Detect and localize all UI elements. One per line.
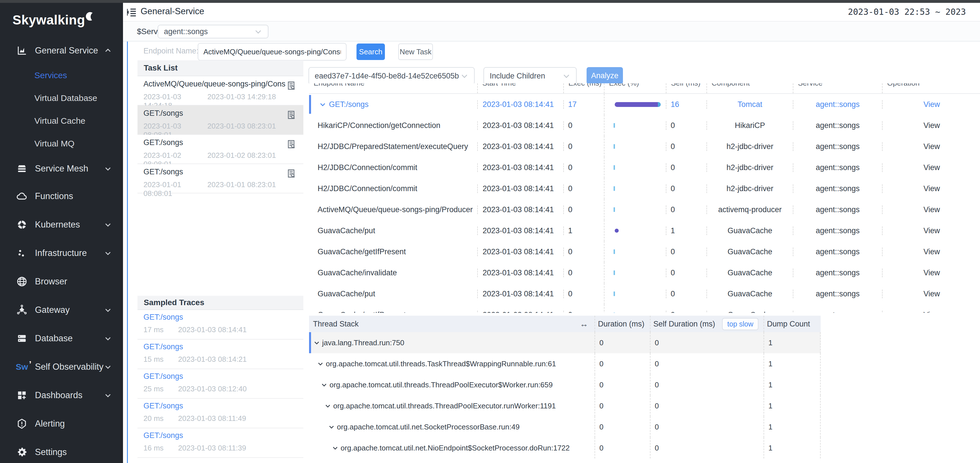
task-list-item[interactable]: GET:/songs 2023-01-03 08:08:012023-01-03… bbox=[137, 105, 303, 135]
endpoint-link[interactable]: HikariCP/Connection/getConnection bbox=[318, 121, 440, 130]
trace-link[interactable]: GET:/songs bbox=[143, 313, 303, 322]
task-list-item[interactable]: GET:/songs 2023-01-02 08:08:012023-01-02… bbox=[137, 135, 303, 164]
sidebar-item-gateway[interactable]: Gateway bbox=[0, 296, 123, 324]
task-log-icon[interactable] bbox=[286, 110, 296, 120]
view-link[interactable]: View bbox=[882, 311, 980, 313]
thread-stack-row[interactable]: org.apache.tomcat.util.threads.ThreadPoo… bbox=[309, 374, 821, 395]
expand-column-icon[interactable]: ↔ bbox=[580, 319, 588, 329]
time-range-picker[interactable]: 2023-01-03 22:53 ~ 2023 bbox=[848, 7, 966, 17]
analysis-controls: eaed37e7-1d4e-4f50-be8d-14e52ce6505b Inc… bbox=[309, 67, 623, 85]
trace-link[interactable]: GET:/songs bbox=[143, 372, 303, 381]
chevron-down-icon[interactable] bbox=[319, 101, 326, 108]
chevron-down-icon[interactable] bbox=[313, 340, 320, 346]
sidebar-item-virtual-database[interactable]: Virtual Database bbox=[0, 87, 123, 110]
endpoint-row[interactable]: GuavaCache/put 2023-01-03 08:14:41 0 0 G… bbox=[309, 283, 980, 304]
view-link[interactable]: View bbox=[882, 227, 980, 235]
trace-link[interactable]: GET:/songs bbox=[143, 402, 303, 410]
endpoint-link[interactable]: GuavaCache/getIfPresent bbox=[318, 311, 406, 313]
trace-link[interactable]: GET:/songs bbox=[143, 342, 303, 351]
sidebar-item-database[interactable]: Database bbox=[0, 324, 123, 353]
exec-percent-bar bbox=[604, 94, 666, 115]
analyze-mode-select[interactable]: Include Children bbox=[484, 67, 577, 85]
view-link[interactable]: View bbox=[882, 142, 980, 151]
view-link[interactable]: View bbox=[882, 205, 980, 214]
view-link[interactable]: View bbox=[882, 184, 980, 193]
sidebar-item-service-mesh[interactable]: Service Mesh bbox=[0, 155, 123, 182]
new-task-button[interactable]: New Task bbox=[398, 43, 433, 60]
chevron-down-icon bbox=[254, 27, 262, 35]
analyze-button[interactable]: Analyze bbox=[587, 67, 623, 84]
view-link[interactable]: View bbox=[882, 121, 980, 130]
endpoint-row[interactable]: GET:/songs 2023-01-03 08:14:41 17 16 Tom… bbox=[309, 94, 980, 115]
search-button[interactable]: Search bbox=[356, 43, 385, 60]
task-id-select[interactable]: eaed37e7-1d4e-4f50-be8d-14e52ce6505b bbox=[309, 67, 475, 85]
sidebar-item-browser[interactable]: Browser bbox=[0, 267, 123, 296]
endpoint-row-partial[interactable]: GuavaCache/getIfPresent 2023-01-03 08:14… bbox=[309, 304, 980, 313]
trace-list-item[interactable]: GET:/songs 20 ms2023-01-03 08:11:49 bbox=[137, 399, 303, 428]
thread-stack-row[interactable]: java.lang.Thread.run:750 0 0 1 bbox=[309, 332, 821, 353]
endpoint-link[interactable]: GuavaCache/put bbox=[318, 289, 375, 299]
sidebar-item-services[interactable]: Services bbox=[0, 64, 123, 87]
endpoint-row[interactable]: ActiveMQ/Queue/queue-songs-ping/Producer… bbox=[309, 199, 980, 220]
task-log-icon[interactable] bbox=[286, 81, 296, 91]
thread-stack-panel: Thread Stack ↔ Duration (ms) Self Durati… bbox=[309, 316, 821, 458]
wheel-icon bbox=[16, 219, 28, 230]
collapse-sidebar-icon[interactable] bbox=[126, 7, 137, 18]
sidebar-item-functions[interactable]: Functions bbox=[0, 182, 123, 211]
chevron-down-icon[interactable] bbox=[321, 382, 327, 388]
chevron-down-icon bbox=[104, 221, 111, 228]
chevron-down-icon[interactable] bbox=[325, 403, 331, 409]
endpoint-link[interactable]: ActiveMQ/Queue/queue-songs-ping/Producer bbox=[318, 205, 473, 214]
trace-list-item[interactable]: GET:/songs 25 ms2023-01-03 08:12:40 bbox=[137, 369, 303, 399]
sidebar-item-kubernetes[interactable]: Kubernetes bbox=[0, 211, 123, 239]
top-slow-button[interactable]: top slow bbox=[722, 318, 759, 330]
thread-stack-row[interactable]: org.apache.tomcat.util.threads.ThreadPoo… bbox=[309, 395, 821, 417]
endpoint-row[interactable]: GuavaCache/invalidate 2023-01-03 08:14:4… bbox=[309, 262, 980, 283]
view-link[interactable]: View bbox=[882, 100, 980, 109]
sidebar-item-dashboards[interactable]: Dashboards bbox=[0, 381, 123, 410]
thread-stack-row[interactable]: org.apache.tomcat.util.threads.TaskThrea… bbox=[309, 353, 821, 374]
sidebar-item-settings[interactable]: Settings bbox=[0, 438, 123, 463]
endpoint-link[interactable]: GuavaCache/getIfPresent bbox=[318, 247, 406, 256]
chevron-down-icon[interactable] bbox=[317, 361, 323, 367]
chevron-down-icon bbox=[104, 363, 111, 370]
endpoint-link[interactable]: H2/JDBC/Connection/commit bbox=[318, 163, 417, 172]
trace-list-item[interactable]: GET:/songs 16 ms2023-01-03 08:11:39 bbox=[137, 428, 303, 458]
endpoint-link[interactable]: H2/JDBC/Connection/commit bbox=[318, 184, 417, 193]
endpoint-row[interactable]: H2/JDBC/PreparedStatement/executeQuery 2… bbox=[309, 136, 980, 157]
endpoint-link[interactable]: H2/JDBC/PreparedStatement/executeQuery bbox=[318, 142, 468, 151]
chevron-down-icon[interactable] bbox=[332, 445, 338, 451]
task-log-icon[interactable] bbox=[286, 139, 296, 149]
trace-list-item[interactable]: GET:/songs 17 ms2023-01-03 08:14:41 bbox=[137, 310, 303, 340]
task-list-panel: Task List ActiveMQ/Queue/queue-songs-pin… bbox=[137, 60, 303, 193]
sidebar-item-general-service[interactable]: General Service bbox=[0, 37, 123, 64]
view-link[interactable]: View bbox=[882, 247, 980, 256]
chevron-down-icon[interactable] bbox=[328, 424, 335, 430]
endpoint-name-input[interactable] bbox=[198, 43, 347, 61]
endpoint-row[interactable]: GuavaCache/put 2023-01-03 08:14:41 1 1 G… bbox=[309, 220, 980, 241]
service-select[interactable]: agent::songs bbox=[158, 25, 269, 38]
sidebar-item-infrastructure[interactable]: Infrastructure bbox=[0, 239, 123, 267]
sidebar-item-virtual-mq[interactable]: Virtual MQ bbox=[0, 132, 123, 155]
view-link[interactable]: View bbox=[882, 163, 980, 172]
trace-list-item[interactable]: GET:/songs 15 ms2023-01-03 08:14:21 bbox=[137, 340, 303, 369]
task-log-icon[interactable] bbox=[286, 169, 296, 178]
task-list-item[interactable]: ActiveMQ/Queue/queue-songs-ping/Consumer… bbox=[137, 76, 303, 105]
thread-stack-row[interactable]: org.apache.tomcat.util.net.SocketProcess… bbox=[309, 417, 821, 437]
sidebar-item-alerting[interactable]: Alerting bbox=[0, 410, 123, 438]
trace-link[interactable]: GET:/songs bbox=[143, 431, 303, 440]
endpoint-row[interactable]: HikariCP/Connection/getConnection 2023-0… bbox=[309, 115, 980, 136]
exec-percent-bar bbox=[604, 199, 666, 220]
view-link[interactable]: View bbox=[882, 268, 980, 277]
thread-stack-row[interactable]: org.apache.tomcat.util.net.NioEndpoint$S… bbox=[309, 437, 821, 458]
sidebar-item-virtual-cache[interactable]: Virtual Cache bbox=[0, 110, 123, 132]
endpoint-link[interactable]: GuavaCache/invalidate bbox=[318, 268, 397, 277]
endpoint-link[interactable]: GuavaCache/put bbox=[318, 227, 375, 235]
endpoint-row[interactable]: H2/JDBC/Connection/commit 2023-01-03 08:… bbox=[309, 178, 980, 199]
endpoint-row[interactable]: H2/JDBC/Connection/commit 2023-01-03 08:… bbox=[309, 157, 980, 178]
task-list-item[interactable]: GET:/songs 2023-01-01 08:08:012023-01-01… bbox=[137, 164, 303, 193]
sidebar-item-self-observability[interactable]: Sw’ Self Observability bbox=[0, 353, 123, 381]
endpoint-row[interactable]: GuavaCache/getIfPresent 2023-01-03 08:14… bbox=[309, 241, 980, 262]
view-link[interactable]: View bbox=[882, 289, 980, 299]
endpoint-link[interactable]: GET:/songs bbox=[329, 100, 369, 109]
